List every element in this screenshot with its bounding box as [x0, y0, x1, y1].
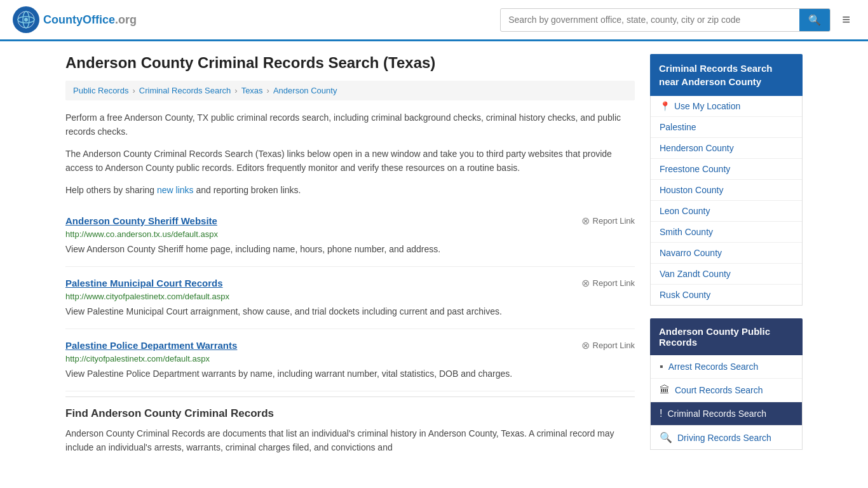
- find-section-desc: Anderson County Criminal Records are doc…: [65, 426, 635, 455]
- breadcrumb-anderson-county[interactable]: Anderson County: [273, 86, 337, 95]
- nearby-list: 📍 Use My Location Palestine Henderson Co…: [650, 96, 803, 306]
- driving-icon: 🔍: [660, 431, 672, 444]
- pin-icon: 📍: [660, 101, 670, 111]
- svg-point-3: [24, 18, 28, 22]
- logo-icon: [13, 6, 39, 33]
- nearby-link-0[interactable]: Palestine: [651, 117, 802, 138]
- public-records-box: Anderson County Public Records ▪ Arrest …: [650, 318, 803, 450]
- court-icon: 🏛: [660, 384, 670, 396]
- public-records-link-2[interactable]: ! Criminal Records Search: [651, 402, 802, 426]
- public-records-label-1: Court Records Search: [675, 385, 763, 395]
- main-container: Anderson County Criminal Records Search …: [53, 41, 815, 475]
- breadcrumb-sep-1: ›: [132, 86, 135, 95]
- report-icon-1: ⊗: [581, 215, 590, 227]
- breadcrumb-texas[interactable]: Texas: [241, 86, 263, 95]
- site-header: CountyOffice.org 🔍 ≡: [0, 0, 868, 41]
- record-title-1[interactable]: Anderson County Sheriff Website: [65, 215, 217, 226]
- use-location-label[interactable]: Use My Location: [674, 101, 740, 111]
- record-url-3[interactable]: http://cityofpalestinetx.com/default.asp…: [65, 354, 635, 363]
- report-link-3[interactable]: ⊗ Report Link: [581, 339, 635, 351]
- arrest-icon: ▪: [660, 361, 663, 372]
- nearby-link-8[interactable]: Rusk County: [651, 285, 802, 305]
- nearby-link-7[interactable]: Van Zandt County: [651, 264, 802, 285]
- nearby-link-4[interactable]: Leon County: [651, 201, 802, 222]
- public-records-label-0: Arrest Records Search: [668, 362, 759, 372]
- report-icon-2: ⊗: [581, 277, 590, 289]
- description-2: The Anderson County Criminal Records Sea…: [65, 147, 635, 175]
- report-link-2[interactable]: ⊗ Report Link: [581, 277, 635, 289]
- description-1: Perform a free Anderson County, TX publi…: [65, 111, 635, 139]
- nearby-link-3[interactable]: Houston County: [651, 180, 802, 201]
- nearby-link-1[interactable]: Henderson County: [651, 138, 802, 159]
- record-desc-2: View Palestine Municipal Court arraignme…: [65, 305, 635, 318]
- search-bar: 🔍: [500, 8, 831, 32]
- report-icon-3: ⊗: [581, 339, 590, 351]
- breadcrumb: Public Records › Criminal Records Search…: [65, 81, 635, 100]
- record-item-2: Palestine Municipal Court Records ⊗ Repo…: [65, 267, 635, 329]
- record-header-1: Anderson County Sheriff Website ⊗ Report…: [65, 215, 635, 227]
- content-area: Anderson County Criminal Records Search …: [65, 54, 635, 463]
- use-location-item[interactable]: 📍 Use My Location: [651, 96, 802, 117]
- search-button[interactable]: 🔍: [799, 9, 830, 31]
- public-records-link-3[interactable]: 🔍 Driving Records Search: [651, 426, 802, 449]
- record-url-1[interactable]: http://www.co.anderson.tx.us/default.asp…: [65, 229, 635, 239]
- nearby-header: Criminal Records Search near Anderson Co…: [650, 54, 803, 96]
- nearby-link-2[interactable]: Freestone County: [651, 159, 802, 180]
- search-input[interactable]: [501, 10, 799, 30]
- sidebar: Criminal Records Search near Anderson Co…: [650, 54, 803, 463]
- record-desc-1: View Anderson County Sheriff home page, …: [65, 243, 635, 256]
- page-title: Anderson County Criminal Records Search …: [65, 54, 635, 72]
- public-records-link-0[interactable]: ▪ Arrest Records Search: [651, 355, 802, 379]
- logo-area: CountyOffice.org: [13, 6, 137, 33]
- public-records-link-1[interactable]: 🏛 Court Records Search: [651, 379, 802, 402]
- record-desc-3: View Palestine Police Department warrant…: [65, 367, 635, 381]
- record-title-2[interactable]: Palestine Municipal Court Records: [65, 278, 223, 288]
- public-records-label-3: Driving Records Search: [677, 433, 771, 443]
- header-right: 🔍 ≡: [500, 8, 855, 32]
- nearby-link-5[interactable]: Smith County: [651, 222, 802, 243]
- public-records-label-2: Criminal Records Search: [667, 409, 766, 419]
- breadcrumb-criminal-records[interactable]: Criminal Records Search: [139, 86, 231, 95]
- find-section-heading: Find Anderson County Criminal Records: [65, 396, 635, 420]
- record-header-3: Palestine Police Department Warrants ⊗ R…: [65, 339, 635, 351]
- nearby-box: Criminal Records Search near Anderson Co…: [650, 54, 803, 306]
- menu-button[interactable]: ≡: [837, 9, 855, 30]
- help-text: Help others by sharing new links and rep…: [65, 183, 635, 197]
- record-title-3[interactable]: Palestine Police Department Warrants: [65, 340, 237, 351]
- record-item-3: Palestine Police Department Warrants ⊗ R…: [65, 329, 635, 391]
- breadcrumb-public-records[interactable]: Public Records: [73, 86, 128, 95]
- criminal-icon: !: [660, 408, 662, 419]
- breadcrumb-sep-2: ›: [234, 86, 237, 95]
- public-records-header: Anderson County Public Records: [650, 318, 803, 355]
- nearby-link-6[interactable]: Navarro County: [651, 243, 802, 264]
- report-link-1[interactable]: ⊗ Report Link: [581, 215, 635, 227]
- public-records-list: ▪ Arrest Records Search 🏛 Court Records …: [650, 355, 803, 450]
- logo-text: CountyOffice.org: [43, 13, 137, 27]
- record-header-2: Palestine Municipal Court Records ⊗ Repo…: [65, 277, 635, 289]
- record-url-2[interactable]: http://www.cityofpalestinetx.com/default…: [65, 292, 635, 301]
- breadcrumb-sep-3: ›: [267, 86, 269, 95]
- record-item-1: Anderson County Sheriff Website ⊗ Report…: [65, 205, 635, 267]
- new-links-link[interactable]: new links: [157, 185, 194, 195]
